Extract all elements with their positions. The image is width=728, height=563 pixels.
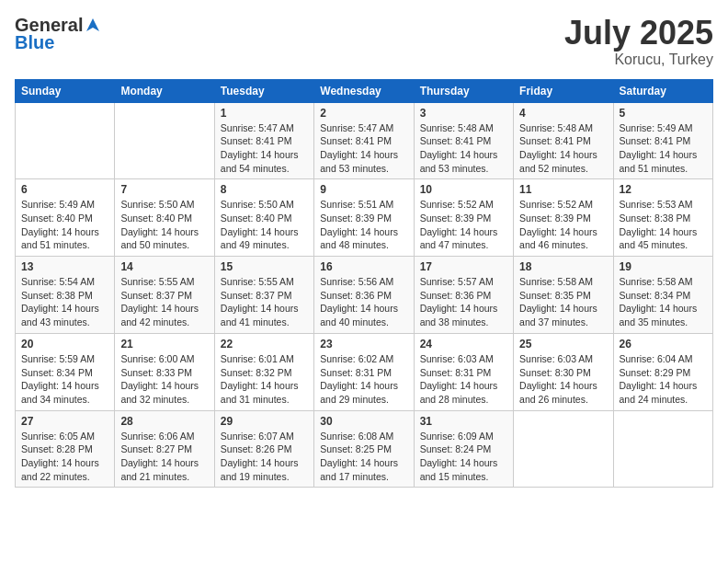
table-row: [613, 410, 712, 488]
table-row: 22Sunrise: 6:01 AM Sunset: 8:32 PM Dayli…: [214, 333, 313, 410]
day-number: 31: [420, 415, 507, 428]
day-number: 8: [221, 183, 308, 196]
day-number: 29: [221, 415, 308, 428]
table-row: 18Sunrise: 5:58 AM Sunset: 8:35 PM Dayli…: [514, 257, 613, 334]
page-header: General Blue July 2025 Korucu, Turkey: [15, 15, 713, 68]
day-info: Sunrise: 5:49 AM Sunset: 8:41 PM Dayligh…: [620, 121, 707, 176]
day-info: Sunrise: 6:05 AM Sunset: 8:28 PM Dayligh…: [21, 430, 108, 484]
day-number: 12: [620, 183, 707, 196]
table-row: 3Sunrise: 5:48 AM Sunset: 8:41 PM Daylig…: [414, 102, 513, 179]
day-number: 13: [21, 260, 108, 273]
day-info: Sunrise: 6:03 AM Sunset: 8:31 PM Dayligh…: [420, 352, 507, 407]
header-sunday: Sunday: [16, 79, 115, 102]
calendar-title-block: July 2025 Korucu, Turkey: [564, 15, 713, 68]
day-number: 16: [320, 260, 407, 273]
day-number: 23: [320, 338, 407, 350]
day-info: Sunrise: 5:51 AM Sunset: 8:39 PM Dayligh…: [320, 198, 407, 252]
logo-arrow-icon: [85, 17, 101, 33]
day-number: 30: [320, 415, 407, 428]
calendar-week-row: 1Sunrise: 5:47 AM Sunset: 8:41 PM Daylig…: [16, 102, 713, 179]
table-row: 13Sunrise: 5:54 AM Sunset: 8:38 PM Dayli…: [16, 257, 115, 334]
day-number: 10: [420, 183, 507, 196]
day-info: Sunrise: 5:48 AM Sunset: 8:41 PM Dayligh…: [420, 121, 507, 176]
logo-blue-text: Blue: [15, 32, 101, 53]
table-row: 25Sunrise: 6:03 AM Sunset: 8:30 PM Dayli…: [514, 333, 613, 410]
calendar-week-row: 6Sunrise: 5:49 AM Sunset: 8:40 PM Daylig…: [16, 179, 713, 257]
calendar-location: Korucu, Turkey: [564, 52, 713, 68]
table-row: 7Sunrise: 5:50 AM Sunset: 8:40 PM Daylig…: [115, 179, 214, 257]
day-info: Sunrise: 5:52 AM Sunset: 8:39 PM Dayligh…: [519, 198, 607, 252]
day-number: 4: [519, 107, 607, 120]
table-row: 21Sunrise: 6:00 AM Sunset: 8:33 PM Dayli…: [115, 333, 214, 410]
day-number: 18: [519, 260, 607, 273]
calendar-table: Sunday Monday Tuesday Wednesday Thursday…: [15, 79, 713, 488]
day-info: Sunrise: 6:06 AM Sunset: 8:27 PM Dayligh…: [120, 430, 208, 484]
logo: General Blue: [15, 15, 101, 53]
day-number: 28: [120, 415, 208, 428]
table-row: 16Sunrise: 5:56 AM Sunset: 8:36 PM Dayli…: [314, 257, 414, 334]
day-info: Sunrise: 6:08 AM Sunset: 8:25 PM Dayligh…: [320, 430, 407, 484]
table-row: 28Sunrise: 6:06 AM Sunset: 8:27 PM Dayli…: [115, 410, 214, 488]
svg-marker-0: [86, 18, 99, 31]
day-info: Sunrise: 5:47 AM Sunset: 8:41 PM Dayligh…: [221, 121, 308, 176]
day-number: 1: [221, 107, 308, 120]
header-saturday: Saturday: [613, 79, 712, 102]
day-info: Sunrise: 6:02 AM Sunset: 8:31 PM Dayligh…: [320, 352, 407, 407]
day-number: 15: [221, 260, 308, 273]
day-info: Sunrise: 5:57 AM Sunset: 8:36 PM Dayligh…: [420, 275, 507, 329]
table-row: 2Sunrise: 5:47 AM Sunset: 8:41 PM Daylig…: [314, 102, 414, 179]
day-info: Sunrise: 6:07 AM Sunset: 8:26 PM Dayligh…: [221, 430, 308, 484]
table-row: 31Sunrise: 6:09 AM Sunset: 8:24 PM Dayli…: [414, 410, 513, 488]
calendar-week-row: 20Sunrise: 5:59 AM Sunset: 8:34 PM Dayli…: [16, 333, 713, 410]
day-number: 17: [420, 260, 507, 273]
table-row: [514, 410, 613, 488]
table-row: 30Sunrise: 6:08 AM Sunset: 8:25 PM Dayli…: [314, 410, 414, 488]
day-info: Sunrise: 6:04 AM Sunset: 8:29 PM Dayligh…: [620, 352, 707, 407]
header-tuesday: Tuesday: [214, 79, 313, 102]
table-row: 4Sunrise: 5:48 AM Sunset: 8:41 PM Daylig…: [514, 102, 613, 179]
day-info: Sunrise: 6:00 AM Sunset: 8:33 PM Dayligh…: [120, 352, 208, 407]
table-row: 14Sunrise: 5:55 AM Sunset: 8:37 PM Dayli…: [115, 257, 214, 334]
day-number: 3: [420, 107, 507, 120]
day-number: 24: [420, 338, 507, 350]
day-info: Sunrise: 5:58 AM Sunset: 8:35 PM Dayligh…: [519, 275, 607, 329]
table-row: 23Sunrise: 6:02 AM Sunset: 8:31 PM Dayli…: [314, 333, 414, 410]
day-number: 26: [620, 338, 707, 350]
weekday-header-row: Sunday Monday Tuesday Wednesday Thursday…: [16, 79, 713, 102]
day-info: Sunrise: 5:52 AM Sunset: 8:39 PM Dayligh…: [420, 198, 507, 252]
table-row: 17Sunrise: 5:57 AM Sunset: 8:36 PM Dayli…: [414, 257, 513, 334]
day-info: Sunrise: 5:56 AM Sunset: 8:36 PM Dayligh…: [320, 275, 407, 329]
day-info: Sunrise: 5:55 AM Sunset: 8:37 PM Dayligh…: [120, 275, 208, 329]
header-monday: Monday: [115, 79, 214, 102]
day-number: 7: [120, 183, 208, 196]
table-row: 24Sunrise: 6:03 AM Sunset: 8:31 PM Dayli…: [414, 333, 513, 410]
table-row: 6Sunrise: 5:49 AM Sunset: 8:40 PM Daylig…: [16, 179, 115, 257]
day-number: 14: [120, 260, 208, 273]
day-number: 21: [120, 338, 208, 350]
day-number: 20: [21, 338, 108, 350]
day-number: 22: [221, 338, 308, 350]
calendar-week-row: 27Sunrise: 6:05 AM Sunset: 8:28 PM Dayli…: [16, 410, 713, 488]
day-info: Sunrise: 6:03 AM Sunset: 8:30 PM Dayligh…: [519, 352, 607, 407]
header-friday: Friday: [514, 79, 613, 102]
table-row: 19Sunrise: 5:58 AM Sunset: 8:34 PM Dayli…: [613, 257, 712, 334]
table-row: 29Sunrise: 6:07 AM Sunset: 8:26 PM Dayli…: [214, 410, 313, 488]
calendar-week-row: 13Sunrise: 5:54 AM Sunset: 8:38 PM Dayli…: [16, 257, 713, 334]
calendar-month-title: July 2025: [564, 15, 713, 52]
table-row: 1Sunrise: 5:47 AM Sunset: 8:41 PM Daylig…: [214, 102, 313, 179]
day-info: Sunrise: 5:49 AM Sunset: 8:40 PM Dayligh…: [21, 198, 108, 252]
day-info: Sunrise: 5:48 AM Sunset: 8:41 PM Dayligh…: [519, 121, 607, 176]
table-row: 27Sunrise: 6:05 AM Sunset: 8:28 PM Dayli…: [16, 410, 115, 488]
table-row: 11Sunrise: 5:52 AM Sunset: 8:39 PM Dayli…: [514, 179, 613, 257]
day-number: 25: [519, 338, 607, 350]
day-info: Sunrise: 6:01 AM Sunset: 8:32 PM Dayligh…: [221, 352, 308, 407]
table-row: 9Sunrise: 5:51 AM Sunset: 8:39 PM Daylig…: [314, 179, 414, 257]
table-row: [16, 102, 115, 179]
day-info: Sunrise: 5:55 AM Sunset: 8:37 PM Dayligh…: [221, 275, 308, 329]
table-row: 15Sunrise: 5:55 AM Sunset: 8:37 PM Dayli…: [214, 257, 313, 334]
day-number: 6: [21, 183, 108, 196]
day-info: Sunrise: 5:59 AM Sunset: 8:34 PM Dayligh…: [21, 352, 108, 407]
day-number: 9: [320, 183, 407, 196]
day-info: Sunrise: 6:09 AM Sunset: 8:24 PM Dayligh…: [420, 430, 507, 484]
day-number: 11: [519, 183, 607, 196]
